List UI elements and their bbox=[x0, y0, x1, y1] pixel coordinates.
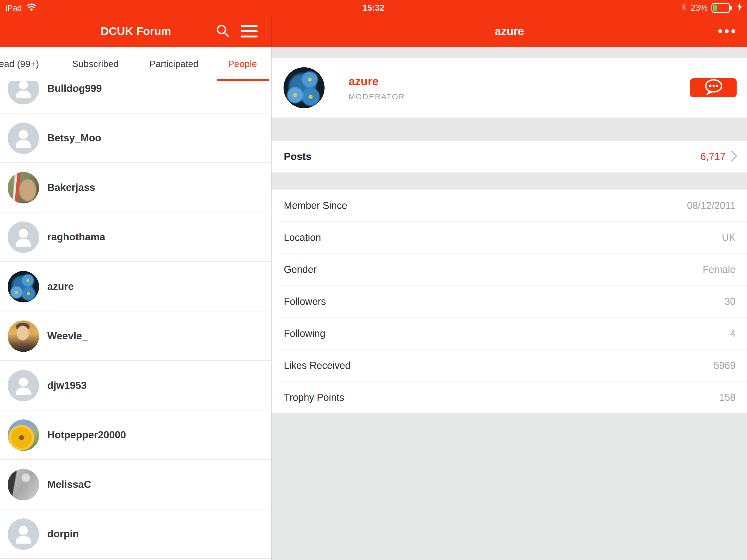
profile-detail-row: Followers 30 bbox=[272, 285, 747, 317]
person-name: Bakerjass bbox=[47, 163, 95, 212]
posts-count: 6,717 bbox=[700, 151, 726, 162]
profile-detail-row: Member Since 08/12/2011 bbox=[272, 189, 747, 222]
list-item-person[interactable]: Bulldog999 bbox=[0, 81, 271, 113]
app-header: DCUK Forum azure bbox=[0, 16, 747, 47]
detail-value: UK bbox=[722, 232, 736, 244]
profile-detail-row: Gender Female bbox=[272, 253, 747, 285]
more-options-icon bbox=[718, 29, 735, 33]
person-name: djw1953 bbox=[47, 361, 87, 410]
message-button[interactable] bbox=[690, 78, 737, 97]
detail-value: 158 bbox=[719, 392, 736, 403]
person-avatar bbox=[8, 123, 39, 154]
list-item-person[interactable]: Weevle_ bbox=[0, 311, 271, 361]
profile-username: azure bbox=[349, 75, 405, 88]
section-spacer bbox=[272, 173, 747, 189]
list-item-person[interactable]: dorpin bbox=[0, 509, 271, 559]
people-list[interactable]: Bulldog999 Betsy_Moo Bakerjass raghotham… bbox=[0, 81, 271, 560]
blue-flowers-photo-avatar bbox=[8, 271, 39, 302]
tab-subscribed[interactable]: Subscribed bbox=[72, 47, 119, 81]
profile-detail-row: Following 4 bbox=[272, 317, 747, 350]
battery-icon bbox=[712, 3, 730, 13]
man-face-photo-avatar bbox=[8, 172, 39, 203]
profile-page-title: azure bbox=[495, 16, 524, 47]
yellow-sunflower-photo-avatar bbox=[8, 419, 39, 451]
left-header: DCUK Forum bbox=[0, 16, 271, 47]
profile-card: azure MODERATOR bbox=[272, 58, 747, 118]
chat-bubble-icon bbox=[701, 78, 726, 98]
active-tab-underline bbox=[217, 79, 269, 81]
people-panel: ead (99+) Subscribed Participated People… bbox=[0, 47, 271, 560]
person-placeholder-icon bbox=[8, 81, 39, 104]
black-and-white-wedding-photo-avatar bbox=[8, 469, 39, 501]
list-item-person[interactable]: azure bbox=[0, 262, 271, 311]
person-placeholder-icon bbox=[8, 222, 39, 253]
tab-bar: ead (99+) Subscribed Participated People bbox=[0, 47, 271, 81]
detail-label: Following bbox=[284, 328, 325, 339]
device-label: iPad bbox=[5, 3, 22, 12]
tab-people[interactable]: People bbox=[228, 47, 257, 81]
more-options-button[interactable] bbox=[713, 16, 741, 47]
list-item-person[interactable]: raghothama bbox=[0, 212, 271, 262]
detail-label: Location bbox=[284, 232, 321, 244]
profile-detail-row: Trophy Points 158 bbox=[272, 381, 747, 413]
person-avatar bbox=[8, 222, 39, 253]
detail-label: Member Since bbox=[284, 200, 347, 211]
detail-value: 5969 bbox=[714, 360, 736, 371]
profile-detail-row: Likes Received 5969 bbox=[272, 350, 747, 381]
detail-label: Followers bbox=[284, 296, 326, 307]
search-button[interactable] bbox=[214, 16, 231, 47]
profile-panel: azure MODERATOR Posts 6,717 bbox=[271, 47, 747, 560]
detail-value: 30 bbox=[725, 296, 736, 307]
person-avatar bbox=[8, 370, 39, 401]
empty-area bbox=[272, 413, 747, 560]
person-avatar bbox=[8, 81, 39, 104]
section-spacer bbox=[272, 118, 747, 141]
profile-role-badge: MODERATOR bbox=[349, 93, 405, 101]
battery-percent: 23% bbox=[691, 3, 707, 13]
person-placeholder-icon bbox=[8, 370, 39, 401]
search-icon bbox=[215, 24, 230, 39]
detail-label: Likes Received bbox=[284, 360, 351, 371]
list-item-person[interactable]: djw1953 bbox=[0, 361, 271, 410]
person-name: dorpin bbox=[47, 509, 79, 558]
detail-value: 4 bbox=[730, 328, 736, 339]
clock: 15:32 bbox=[363, 0, 384, 16]
list-item-person[interactable]: Bakerjass bbox=[0, 163, 271, 212]
person-name: azure bbox=[47, 262, 74, 311]
right-header: azure bbox=[271, 16, 747, 47]
profile-avatar[interactable] bbox=[284, 67, 325, 108]
detail-value: Female bbox=[703, 264, 736, 275]
profile-details: Member Since 08/12/2011 Location UK Gend… bbox=[272, 189, 747, 413]
hamburger-menu-icon bbox=[241, 25, 258, 37]
detail-value: 08/12/2011 bbox=[687, 200, 736, 211]
app-screen: iPad 15:32 23% bbox=[0, 0, 747, 560]
detail-label: Trophy Points bbox=[284, 392, 344, 403]
person-avatar bbox=[8, 518, 39, 550]
list-item-person[interactable]: Hotpepper20000 bbox=[0, 410, 271, 460]
menu-button[interactable] bbox=[239, 16, 259, 47]
tab-participated[interactable]: Participated bbox=[149, 47, 199, 81]
person-placeholder-icon bbox=[8, 518, 39, 550]
status-bar: iPad 15:32 23% bbox=[0, 0, 747, 16]
person-placeholder-icon bbox=[8, 123, 39, 154]
wifi-icon bbox=[26, 2, 37, 13]
people-list-inner: Bulldog999 Betsy_Moo Bakerjass raghotham… bbox=[0, 81, 271, 559]
person-name: raghothama bbox=[47, 212, 105, 261]
posts-row[interactable]: Posts 6,717 bbox=[272, 141, 747, 173]
list-item-person[interactable]: MelissaC bbox=[0, 460, 271, 509]
person-name: Betsy_Moo bbox=[47, 113, 101, 162]
profile-detail-row: Location UK bbox=[272, 222, 747, 253]
forum-title: DCUK Forum bbox=[101, 16, 171, 47]
person-name: Hotpepper20000 bbox=[47, 410, 126, 459]
person-name: Weevle_ bbox=[47, 311, 87, 360]
person-name: Bulldog999 bbox=[47, 81, 102, 113]
section-spacer bbox=[272, 47, 747, 58]
charging-bolt-icon bbox=[737, 2, 743, 14]
bluetooth-icon bbox=[681, 2, 687, 14]
person-name: MelissaC bbox=[47, 460, 91, 509]
young-man-portrait-photo-avatar bbox=[8, 321, 39, 352]
list-item-person[interactable]: Betsy_Moo bbox=[0, 113, 271, 163]
posts-label: Posts bbox=[284, 151, 311, 162]
tab-unread[interactable]: ead (99+) bbox=[0, 47, 39, 81]
chevron-right-icon bbox=[730, 150, 738, 163]
